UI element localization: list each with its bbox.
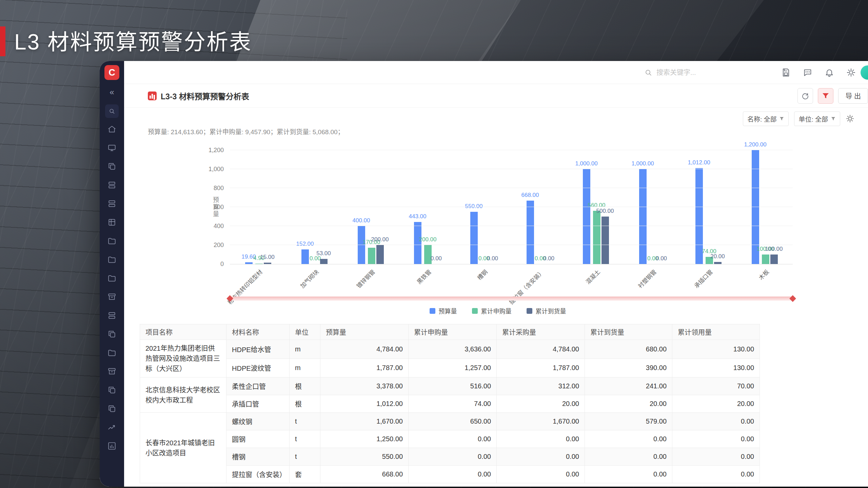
bar-group: 152.000.0053.00加气砌块 [286, 150, 342, 264]
user-avatar[interactable] [861, 65, 868, 80]
arrival-bar[interactable] [601, 217, 609, 264]
trend-icon[interactable] [107, 423, 116, 432]
budget-bar[interactable] [414, 222, 421, 264]
budget-bar[interactable] [695, 168, 703, 264]
legend-item-arrival[interactable]: 累计到货量 [527, 306, 566, 315]
budget-bar[interactable] [639, 169, 647, 264]
usage-cell[interactable]: 0.00 [672, 466, 760, 483]
chart-icon[interactable] [107, 442, 116, 450]
usage-cell[interactable]: 130.00 [672, 359, 760, 378]
sidebar-search-button[interactable] [105, 104, 119, 118]
requisition-bar[interactable] [255, 264, 263, 264]
requisition-cell[interactable]: 0.00 [409, 466, 497, 483]
requisition-bar[interactable] [762, 255, 769, 264]
column-settings-button[interactable] [846, 114, 854, 123]
save-icon[interactable] [781, 68, 791, 77]
budget-bar[interactable] [301, 249, 309, 264]
budget-cell[interactable]: 550.00 [320, 448, 409, 466]
arrival-cell[interactable]: 0.00 [585, 448, 672, 466]
arrival-cell[interactable]: 680.00 [585, 340, 672, 359]
sidebar-collapse-icon[interactable]: « [110, 88, 114, 96]
budget-bar[interactable] [470, 212, 478, 264]
arrival-bar[interactable] [770, 255, 778, 264]
purchase-cell[interactable]: 0.00 [497, 466, 585, 483]
requisition-cell[interactable]: 1,257.00 [409, 359, 497, 378]
usage-cell[interactable]: 130.00 [672, 340, 760, 359]
budget-cell[interactable]: 1,787.00 [320, 359, 409, 378]
refresh-icon [801, 92, 809, 100]
arrival-cell[interactable]: 0.00 [585, 430, 672, 448]
requisition-cell[interactable]: 516.00 [409, 378, 497, 395]
app-logo[interactable]: C [104, 65, 119, 80]
summary-stats: 预算量: 214,613.60；累计申购量: 9,457.90；累计到货量: 5… [124, 127, 868, 136]
copy-icon[interactable] [107, 404, 116, 413]
requisition-cell[interactable]: 74.00 [409, 395, 497, 413]
purchase-cell[interactable]: 20.00 [497, 395, 585, 413]
purchase-cell[interactable]: 0.00 [497, 430, 585, 448]
arrival-cell[interactable]: 390.00 [585, 359, 672, 378]
requisition-cell[interactable]: 0.00 [409, 430, 497, 448]
requisition-cell[interactable]: 3,636.00 [409, 340, 497, 359]
refresh-button[interactable] [797, 88, 813, 104]
usage-cell[interactable]: 0.00 [672, 413, 760, 430]
arrival-bar[interactable] [320, 259, 328, 264]
purchase-cell[interactable]: 312.00 [497, 378, 585, 395]
purchase-cell[interactable]: 4,784.00 [497, 340, 585, 359]
layers-icon[interactable] [107, 181, 116, 189]
legend-item-budget[interactable]: 预算量 [430, 306, 457, 315]
budget-cell[interactable]: 668.00 [320, 466, 409, 483]
arrival-cell[interactable]: 241.00 [585, 378, 672, 395]
budget-cell[interactable]: 1,250.00 [320, 430, 409, 448]
arrival-bar[interactable] [264, 263, 271, 264]
copy-icon[interactable] [107, 330, 116, 339]
arrival-cell[interactable]: 0.00 [585, 466, 672, 483]
folder-icon[interactable] [107, 348, 116, 357]
slider-track[interactable] [230, 297, 793, 301]
archive-icon[interactable] [107, 367, 116, 376]
requisition-cell[interactable]: 650.00 [409, 413, 497, 430]
filter-icon [822, 92, 830, 100]
copy-icon[interactable] [107, 386, 116, 394]
usage-cell[interactable]: 20.00 [672, 395, 760, 413]
usage-cell[interactable]: 0.00 [672, 448, 760, 466]
chart-range-slider[interactable] [230, 296, 793, 302]
message-icon[interactable] [803, 68, 812, 77]
requisition-cell[interactable]: 0.00 [409, 448, 497, 466]
budget-cell[interactable]: 3,378.00 [320, 378, 409, 395]
name-filter-dropdown[interactable]: 名称: 全部 [743, 111, 789, 126]
home-icon[interactable] [107, 125, 116, 134]
budget-cell[interactable]: 1,670.00 [320, 413, 409, 430]
arrival-bar[interactable] [714, 262, 722, 264]
folder-icon[interactable] [107, 255, 116, 264]
export-button[interactable]: 导 出 [838, 88, 868, 104]
table-icon[interactable] [107, 218, 116, 227]
layers-icon[interactable] [107, 311, 116, 320]
purchase-cell[interactable]: 1,670.00 [497, 413, 585, 430]
folder-icon[interactable] [107, 274, 116, 283]
bell-icon[interactable] [825, 68, 834, 77]
archive-icon[interactable] [107, 292, 116, 301]
filter-button[interactable] [818, 88, 833, 104]
layers-icon[interactable] [107, 199, 116, 208]
purchase-cell[interactable]: 0.00 [497, 448, 585, 466]
legend-item-requisition[interactable]: 累计申购量 [472, 306, 512, 315]
arrival-cell[interactable]: 20.00 [585, 395, 672, 413]
usage-cell[interactable]: 70.00 [672, 378, 760, 395]
requisition-bar[interactable] [368, 248, 375, 264]
search-input[interactable] [656, 69, 758, 77]
purchase-cell[interactable]: 1,787.00 [497, 359, 585, 378]
unit-filter-dropdown[interactable]: 单位: 全部 [794, 111, 840, 126]
monitor-icon[interactable] [107, 143, 116, 152]
budget-cell[interactable]: 4,784.00 [320, 340, 409, 359]
requisition-bar[interactable] [593, 211, 600, 264]
budget-bar[interactable] [583, 169, 590, 264]
gear-icon[interactable] [846, 68, 856, 77]
folder-icon[interactable] [107, 237, 116, 245]
copy-icon[interactable] [107, 162, 116, 171]
budget-bar[interactable] [527, 201, 534, 264]
usage-cell[interactable]: 0.00 [672, 430, 760, 448]
arrival-bar[interactable] [376, 245, 384, 264]
budget-bar[interactable] [245, 262, 253, 264]
arrival-cell[interactable]: 579.00 [585, 413, 672, 430]
budget-cell[interactable]: 1,012.00 [320, 395, 409, 413]
